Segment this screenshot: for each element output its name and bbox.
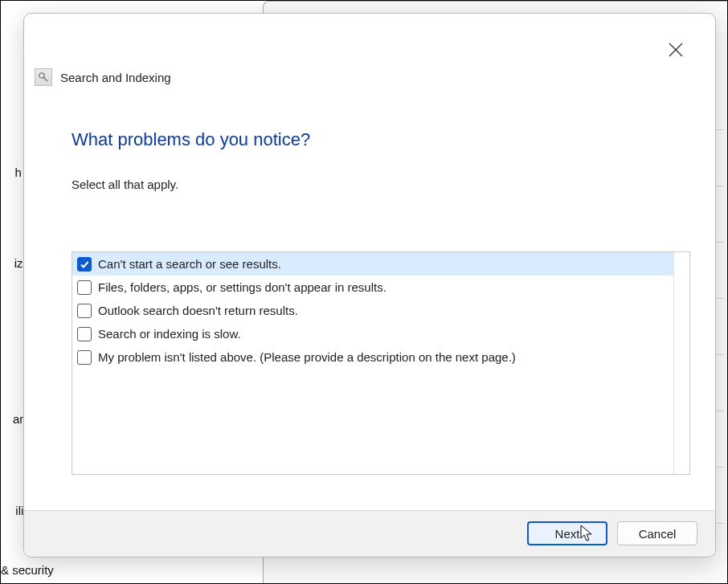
page-heading: What problems do you notice?: [72, 129, 310, 150]
troubleshooter-dialog: Search and Indexing What problems do you…: [23, 13, 716, 557]
cancel-button[interactable]: Cancel: [617, 521, 697, 545]
option-label: My problem isn't listed above. (Please p…: [98, 350, 516, 364]
check-icon: [80, 259, 89, 269]
checkbox[interactable]: [77, 327, 92, 341]
problem-listbox: Can't start a search or see results. Fil…: [72, 251, 690, 475]
svg-line-3: [44, 78, 48, 82]
option-label: Outlook search doesn't return results.: [98, 304, 298, 317]
checkbox[interactable]: [77, 257, 92, 272]
option-cant-start-search[interactable]: Can't start a search or see results.: [72, 252, 689, 276]
titlebar-title: Search and Indexing: [60, 71, 171, 84]
option-not-listed[interactable]: My problem isn't listed above. (Please p…: [72, 345, 689, 369]
page-subtext: Select all that apply.: [72, 178, 178, 191]
option-files-not-in-results[interactable]: Files, folders, apps, or settings don't …: [72, 276, 689, 299]
checkbox[interactable]: [77, 350, 92, 365]
option-label: Search or indexing is slow.: [98, 327, 241, 341]
next-button[interactable]: Next: [527, 521, 607, 545]
troubleshooter-icon: [35, 68, 52, 86]
dialog-footer: Next Cancel: [24, 510, 715, 557]
checkbox[interactable]: [77, 304, 92, 318]
option-outlook-no-results[interactable]: Outlook search doesn't return results.: [72, 299, 689, 322]
option-search-slow[interactable]: Search or indexing is slow.: [72, 322, 689, 345]
titlebar: Search and Indexing: [35, 68, 171, 86]
scrollbar-track[interactable]: [673, 252, 689, 474]
bg-security-label: & security: [1, 563, 54, 577]
option-label: Files, folders, apps, or settings don't …: [98, 280, 386, 294]
svg-point-2: [39, 73, 44, 78]
close-icon: [667, 41, 685, 59]
close-button[interactable]: [667, 41, 685, 59]
option-label: Can't start a search or see results.: [98, 257, 281, 271]
checkbox[interactable]: [77, 280, 92, 295]
